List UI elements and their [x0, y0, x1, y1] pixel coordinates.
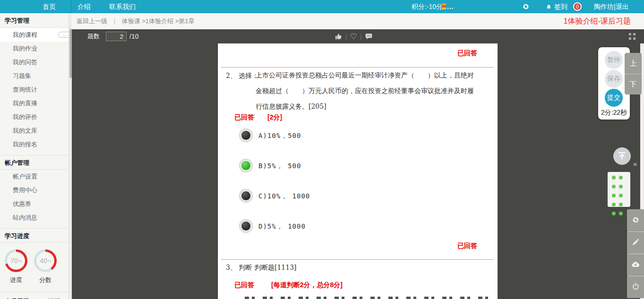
radio-option-d[interactable] — [241, 222, 250, 231]
sidebar-item-my-courses[interactable]: 我的课程 … — [0, 28, 69, 42]
option-a[interactable]: A)10%，500 — [218, 130, 498, 142]
question-number-input[interactable] — [106, 32, 127, 41]
question-dot[interactable] — [612, 194, 616, 197]
question-nav-panel — [608, 172, 630, 207]
question-dot[interactable] — [612, 212, 616, 215]
question-dot[interactable] — [612, 185, 616, 188]
question-dot[interactable] — [619, 212, 623, 215]
question-divider — [222, 259, 494, 260]
progress-ring: 70% — [5, 249, 27, 272]
radio-option-a[interactable] — [241, 131, 250, 140]
comment-icon[interactable] — [365, 33, 373, 40]
status-answered-top: 已回答 — [457, 49, 477, 58]
sidebar: 学习管理 我的课程 … 我的作业 我的问答 习题集 查询统计 我的直播 我的评价… — [0, 13, 69, 299]
submit-button[interactable]: 提交 — [605, 89, 623, 107]
exam-timer: 2分:22秒 — [598, 109, 630, 117]
sidebar-item-exercise-set[interactable]: 习题集 — [0, 69, 69, 83]
radio-option-b[interactable] — [241, 161, 250, 170]
icon-divider: | — [360, 33, 362, 40]
nav-contact[interactable]: 联系我们 — [109, 0, 136, 13]
radio-option-c[interactable] — [241, 191, 250, 200]
course-more-button[interactable]: … — [58, 32, 69, 38]
breadcrumb-path[interactable]: 体验课 >1体验介绍 >第1章 — [122, 17, 195, 25]
collapse-icon[interactable]: « — [633, 160, 637, 168]
option-d[interactable]: D)5%， 1000 — [218, 221, 498, 233]
quiz-stage: 题数 /10 | ♡ | 已回答 2、 选择： 上市公司证券投资总额占公司最近一… — [72, 29, 644, 299]
refresh-icon — [631, 215, 640, 224]
question-dot[interactable] — [612, 203, 616, 206]
refresh-icon[interactable] — [522, 2, 530, 11]
breadcrumb-divider: | — [114, 17, 115, 25]
member-level-row: 会员等级 详细 — [0, 292, 69, 299]
download-button[interactable] — [627, 254, 644, 276]
back-link[interactable]: 返回上一级 — [77, 17, 107, 25]
pause-button[interactable]: 暂停 — [605, 51, 623, 69]
reload-button[interactable] — [627, 209, 644, 231]
sidebar-section-progress: 学习进度 — [0, 228, 69, 243]
breadcrumb-strip: 返回上一级 | 体验课 >1体验介绍 >第1章 1体验介绍-课后习题 — [72, 13, 644, 29]
status-answered-bottom: 已回答 — [457, 242, 477, 250]
sidebar-item-my-qa[interactable]: 我的问答 — [0, 55, 69, 69]
user-logout[interactable]: 陶作坊|退出 — [594, 0, 629, 13]
sidebar-item-my-reviews[interactable]: 我的评价 — [0, 110, 69, 124]
question-dot[interactable] — [619, 185, 623, 188]
bell-icon — [546, 4, 552, 10]
question-pager: 上 下 — [625, 53, 642, 94]
sidebar-item-account-settings[interactable]: 帐户设置 — [0, 170, 69, 183]
sidebar-item-coupons[interactable]: 优惠券 — [0, 197, 69, 211]
edit-button[interactable] — [627, 231, 644, 254]
quiz-panel: 已回答 2、 选择： 上市公司证券投资总额占公司最近一期经审计净资产（ ）以上，… — [217, 43, 498, 299]
next-question-button[interactable]: 下 — [625, 74, 642, 94]
sidebar-item-billing-center[interactable]: 费用中心 — [0, 183, 69, 197]
top-navbar: 首页 介绍 联系我们 积分:-10分 ... 签到 0 陶作坊|退出 — [0, 0, 644, 13]
thumbs-up-icon[interactable] — [335, 33, 343, 41]
cloud-download-icon — [631, 260, 640, 269]
save-button[interactable]: 保存 — [605, 70, 623, 88]
question3-text: 判断题[1113] — [255, 264, 297, 272]
signin-label: 签到 — [554, 3, 567, 10]
points-more-button[interactable]: ... — [447, 0, 454, 13]
question-count-label: 题数 — [87, 29, 100, 43]
option-b[interactable]: B)5%， 500 — [218, 160, 498, 172]
question-dot[interactable] — [619, 194, 623, 197]
progress-rings: 70% 40% — [5, 249, 69, 272]
sidebar-section-learning: 学习管理 — [0, 13, 69, 28]
heart-icon[interactable]: ♡ — [350, 33, 357, 41]
prev-question-button[interactable]: 上 — [625, 53, 642, 74]
arrow-up-to-line-icon — [617, 151, 627, 161]
sidebar-item-my-registration[interactable]: 我的报名 — [0, 137, 69, 151]
sidebar-item-my-live[interactable]: 我的直播 — [0, 96, 69, 110]
question2-status: 已回答 — [234, 113, 254, 122]
question3-number: 3、 — [226, 264, 237, 272]
scroll-to-top-button[interactable] — [613, 147, 631, 165]
nav-home[interactable]: 首页 — [43, 0, 56, 13]
sidebar-item-my-homework[interactable]: 我的作业 — [0, 42, 69, 55]
notification-badge[interactable]: 0 — [573, 2, 582, 11]
fullscreen-icon[interactable] — [628, 32, 636, 41]
score-ring-label: 分数 — [34, 276, 57, 284]
sidebar-item-site-messages[interactable]: 站内消息 — [0, 211, 69, 224]
progress-ring-label: 进度 — [5, 276, 27, 284]
sidebar-scrollbar[interactable] — [69, 13, 72, 299]
question-dot[interactable] — [612, 176, 616, 179]
nav-intro[interactable]: 介绍 — [77, 0, 91, 13]
sidebar-item-my-library[interactable]: 我的文库 — [0, 124, 69, 137]
clipped-next-question-text — [245, 297, 488, 299]
power-icon — [631, 282, 640, 291]
question-dot[interactable] — [619, 176, 623, 179]
sidebar-section-account: 帐户管理 — [0, 155, 69, 170]
question-total: /10 — [129, 29, 138, 43]
breadcrumb: 返回上一级 | 体验课 >1体验介绍 >第1章 — [77, 13, 195, 29]
option-c[interactable]: C)10%， 1000 — [218, 190, 498, 203]
question2-number: 2、 — [226, 72, 237, 80]
right-toolbar — [627, 209, 644, 299]
question-dot[interactable] — [619, 203, 623, 206]
medal-icon — [442, 3, 446, 12]
sidebar-item-query-stats[interactable]: 查询统计 — [0, 83, 69, 96]
points-label: 积分:-10分 — [412, 0, 443, 13]
score-ring: 40% — [34, 249, 57, 272]
power-button[interactable] — [627, 276, 644, 298]
member-detail-link[interactable]: 详细 — [48, 297, 60, 299]
question2-score: [2分] — [267, 113, 282, 122]
signin-button[interactable]: 签到 — [546, 0, 567, 13]
